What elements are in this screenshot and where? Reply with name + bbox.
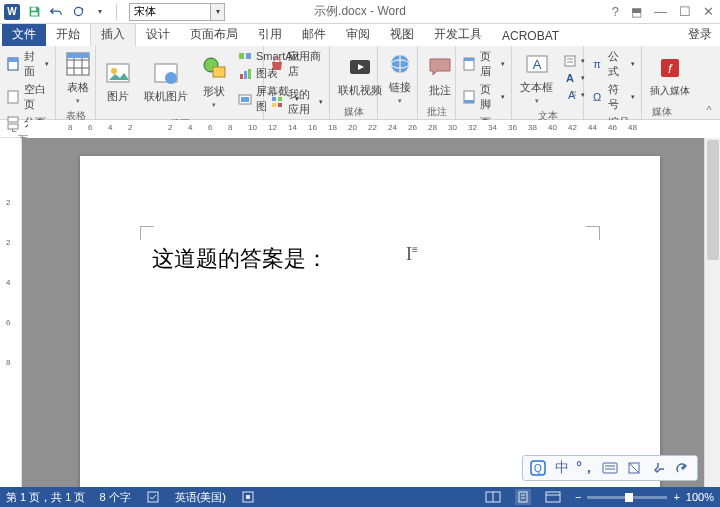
formula-button[interactable]: π公式▾ [588, 48, 637, 80]
svg-rect-26 [241, 97, 249, 102]
svg-rect-20 [239, 53, 244, 59]
tab-review[interactable]: 审阅 [336, 23, 380, 46]
read-mode-icon[interactable] [485, 489, 501, 505]
vertical-scrollbar[interactable] [704, 138, 720, 487]
ribbon-display-options-icon[interactable]: ⬒ [631, 5, 642, 19]
status-page[interactable]: 第 1 页，共 1 页 [6, 490, 85, 505]
zoom-out-button[interactable]: − [575, 491, 581, 503]
link-button[interactable]: 链接▾ [382, 48, 418, 107]
comment-button[interactable]: 批注 [422, 51, 458, 100]
svg-rect-21 [246, 53, 251, 59]
tab-start[interactable]: 开始 [46, 23, 90, 46]
scrollbar-thumb[interactable] [707, 140, 719, 260]
web-layout-icon[interactable] [545, 489, 561, 505]
qat-customize-icon[interactable]: ▾ [92, 4, 108, 20]
close-icon[interactable]: ✕ [703, 4, 714, 19]
status-wordcount[interactable]: 8 个字 [99, 490, 130, 505]
text-cursor-icon: I≡ [406, 244, 418, 265]
wordart-icon: A [563, 71, 577, 85]
word-app-icon: W [4, 4, 20, 20]
horizontal-ruler[interactable]: 8642246810121416182022242628303234363840… [28, 120, 720, 138]
status-language[interactable]: 英语(美国) [175, 490, 226, 505]
smartart-icon [238, 49, 252, 63]
blank-page-button[interactable]: 空白页 [4, 81, 51, 113]
zoom-value[interactable]: 100% [686, 491, 714, 503]
help-icon[interactable]: ? [612, 4, 619, 19]
tab-acrobat[interactable]: ACROBAT [492, 26, 569, 46]
video-icon [346, 53, 374, 81]
ime-toolbar[interactable]: Q 中 °， [522, 455, 698, 481]
group-label-media: 媒体 [330, 105, 377, 119]
textbox-icon: A [523, 50, 551, 78]
cover-page-icon [6, 57, 20, 71]
drop-cap-icon: A [563, 88, 577, 102]
table-icon [64, 50, 92, 78]
shapes-button[interactable]: 形状▾ [196, 52, 232, 111]
svg-rect-66 [519, 492, 527, 502]
print-layout-icon[interactable] [515, 489, 531, 505]
symbol-button[interactable]: Ω符号▾ [588, 81, 637, 113]
spellcheck-icon[interactable] [145, 489, 161, 505]
tab-developer[interactable]: 开发工具 [424, 23, 492, 46]
online-picture-button[interactable]: 联机图片 [140, 57, 192, 106]
tab-insert[interactable]: 插入 [90, 22, 136, 46]
cover-page-button[interactable]: 封面▾ [4, 48, 51, 80]
ime-lang-button[interactable]: 中 [551, 458, 573, 478]
document-text[interactable]: 这道题的答案是： [152, 244, 328, 274]
tab-layout[interactable]: 页面布局 [180, 23, 248, 46]
margin-marker-tl [140, 226, 154, 240]
footer-button[interactable]: 页脚▾ [460, 81, 507, 113]
textbox-button[interactable]: A文本框▾ [516, 48, 557, 107]
picture-button[interactable]: 图片 [100, 57, 136, 106]
group-label-comments: 批注 [418, 105, 455, 119]
maximize-icon[interactable]: ☐ [679, 4, 691, 19]
header-icon [462, 57, 476, 71]
my-apps-button[interactable]: 我的应用▾ [268, 86, 325, 118]
tab-mail[interactable]: 邮件 [292, 23, 336, 46]
zoom-in-button[interactable]: + [673, 491, 679, 503]
zoom-control[interactable]: − + 100% [575, 491, 714, 503]
store-icon [270, 57, 284, 71]
font-name-input[interactable] [130, 4, 210, 20]
status-bar: 第 1 页，共 1 页 8 个字 英语(美国) − + 100% [0, 487, 720, 507]
redo-icon[interactable] [70, 4, 86, 20]
font-dropdown-icon[interactable]: ▾ [210, 4, 224, 20]
ime-logo-icon[interactable]: Q [527, 458, 549, 478]
svg-rect-24 [248, 69, 251, 79]
ime-keyboard-icon[interactable] [599, 458, 621, 478]
ime-settings-icon[interactable] [671, 458, 693, 478]
tab-references[interactable]: 引用 [248, 23, 292, 46]
svg-rect-57 [603, 463, 617, 473]
zoom-slider[interactable] [587, 496, 667, 499]
collapse-ribbon-icon[interactable]: ^ [702, 103, 716, 117]
minimize-icon[interactable]: — [654, 4, 667, 19]
save-icon[interactable] [26, 4, 42, 20]
svg-rect-28 [278, 97, 282, 101]
font-selector[interactable]: ▾ [129, 3, 225, 21]
footer-icon [462, 90, 476, 104]
flash-icon: f [656, 54, 684, 82]
ime-skin-icon[interactable] [623, 458, 645, 478]
tab-view[interactable]: 视图 [380, 23, 424, 46]
document-workspace: 22468 这道题的答案是： I≡ Q 中 °， [0, 138, 720, 487]
login-link[interactable]: 登录 [680, 23, 720, 46]
undo-icon[interactable] [48, 4, 64, 20]
svg-rect-22 [240, 74, 243, 79]
ime-punct-button[interactable]: °， [575, 458, 597, 478]
app-store-button[interactable]: 应用商店 [268, 48, 325, 80]
svg-rect-7 [8, 124, 18, 129]
my-apps-icon [270, 95, 284, 109]
formula-icon: π [590, 57, 604, 71]
table-button[interactable]: 表格▾ [60, 48, 96, 107]
macro-record-icon[interactable] [240, 489, 256, 505]
vertical-ruler[interactable]: 22468 [0, 138, 22, 487]
ime-toolbox-icon[interactable] [647, 458, 669, 478]
document-page[interactable]: 这道题的答案是： I≡ [80, 156, 660, 487]
embed-media-button[interactable]: f插入媒体 [646, 52, 694, 100]
header-button[interactable]: 页眉▾ [460, 48, 507, 80]
svg-rect-13 [67, 53, 89, 58]
tab-file[interactable]: 文件 [2, 23, 46, 46]
svg-rect-63 [246, 495, 250, 499]
tab-design[interactable]: 设计 [136, 23, 180, 46]
svg-point-2 [74, 7, 82, 15]
